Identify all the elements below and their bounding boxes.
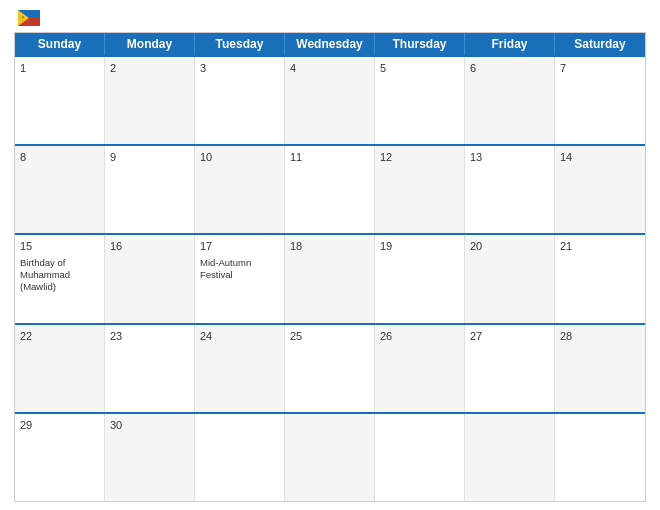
cal-cell: 27 <box>465 325 555 412</box>
cal-week-5: 2930 <box>15 412 645 501</box>
day-number: 5 <box>380 61 459 76</box>
day-number: 25 <box>290 329 369 344</box>
cal-cell: 7 <box>555 57 645 144</box>
day-number: 15 <box>20 239 99 254</box>
cal-cell <box>555 414 645 501</box>
cal-cell <box>465 414 555 501</box>
cal-cell: 23 <box>105 325 195 412</box>
cal-cell: 12 <box>375 146 465 233</box>
cal-cell <box>195 414 285 501</box>
day-number: 18 <box>290 239 369 254</box>
cal-cell <box>285 414 375 501</box>
day-number: 9 <box>110 150 189 165</box>
cal-cell: 5 <box>375 57 465 144</box>
cal-cell: 22 <box>15 325 105 412</box>
day-number: 26 <box>380 329 459 344</box>
day-number: 21 <box>560 239 640 254</box>
calendar-page: SundayMondayTuesdayWednesdayThursdayFrid… <box>0 0 660 510</box>
logo <box>14 10 40 26</box>
cal-header-thursday: Thursday <box>375 33 465 55</box>
day-number: 30 <box>110 418 189 433</box>
cal-cell: 28 <box>555 325 645 412</box>
event-label: Mid-Autumn Festival <box>200 257 279 282</box>
cal-cell: 13 <box>465 146 555 233</box>
cal-header-sunday: Sunday <box>15 33 105 55</box>
day-number: 22 <box>20 329 99 344</box>
cal-cell: 8 <box>15 146 105 233</box>
cal-cell: 6 <box>465 57 555 144</box>
day-number: 23 <box>110 329 189 344</box>
cal-cell: 29 <box>15 414 105 501</box>
cal-cell: 3 <box>195 57 285 144</box>
day-number: 11 <box>290 150 369 165</box>
cal-cell: 9 <box>105 146 195 233</box>
day-number: 12 <box>380 150 459 165</box>
page-header <box>14 10 646 26</box>
cal-week-2: 891011121314 <box>15 144 645 233</box>
calendar-header-row: SundayMondayTuesdayWednesdayThursdayFrid… <box>15 33 645 55</box>
cal-cell: 18 <box>285 235 375 322</box>
cal-header-wednesday: Wednesday <box>285 33 375 55</box>
day-number: 13 <box>470 150 549 165</box>
calendar-body: 123456789101112131415Birthday of Muhamma… <box>15 55 645 501</box>
cal-cell: 19 <box>375 235 465 322</box>
cal-header-friday: Friday <box>465 33 555 55</box>
day-number: 14 <box>560 150 640 165</box>
day-number: 29 <box>20 418 99 433</box>
cal-cell: 10 <box>195 146 285 233</box>
cal-cell: 16 <box>105 235 195 322</box>
day-number: 28 <box>560 329 640 344</box>
cal-header-tuesday: Tuesday <box>195 33 285 55</box>
cal-cell: 24 <box>195 325 285 412</box>
cal-week-3: 15Birthday of Muhammad (Mawlid)1617Mid-A… <box>15 233 645 322</box>
cal-week-4: 22232425262728 <box>15 323 645 412</box>
logo-flag-icon <box>18 10 40 26</box>
cal-cell: 21 <box>555 235 645 322</box>
day-number: 10 <box>200 150 279 165</box>
cal-week-1: 1234567 <box>15 55 645 144</box>
cal-cell: 30 <box>105 414 195 501</box>
cal-cell: 14 <box>555 146 645 233</box>
calendar-grid: SundayMondayTuesdayWednesdayThursdayFrid… <box>14 32 646 502</box>
day-number: 7 <box>560 61 640 76</box>
cal-cell: 11 <box>285 146 375 233</box>
day-number: 2 <box>110 61 189 76</box>
cal-header-saturday: Saturday <box>555 33 645 55</box>
day-number: 3 <box>200 61 279 76</box>
day-number: 16 <box>110 239 189 254</box>
cal-cell: 26 <box>375 325 465 412</box>
cal-cell: 4 <box>285 57 375 144</box>
day-number: 4 <box>290 61 369 76</box>
day-number: 17 <box>200 239 279 254</box>
day-number: 6 <box>470 61 549 76</box>
cal-cell: 1 <box>15 57 105 144</box>
day-number: 24 <box>200 329 279 344</box>
day-number: 8 <box>20 150 99 165</box>
cal-cell: 17Mid-Autumn Festival <box>195 235 285 322</box>
cal-cell: 15Birthday of Muhammad (Mawlid) <box>15 235 105 322</box>
day-number: 1 <box>20 61 99 76</box>
cal-cell: 25 <box>285 325 375 412</box>
day-number: 19 <box>380 239 459 254</box>
cal-cell: 2 <box>105 57 195 144</box>
event-label: Birthday of Muhammad (Mawlid) <box>20 257 99 294</box>
day-number: 27 <box>470 329 549 344</box>
day-number: 20 <box>470 239 549 254</box>
cal-cell: 20 <box>465 235 555 322</box>
cal-cell <box>375 414 465 501</box>
cal-header-monday: Monday <box>105 33 195 55</box>
